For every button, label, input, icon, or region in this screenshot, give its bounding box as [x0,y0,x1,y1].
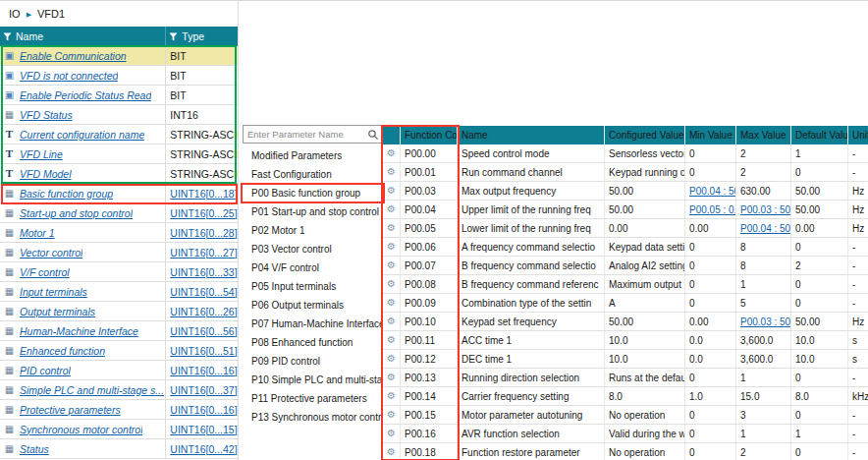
type-value[interactable]: UINT16[0...27] [170,247,237,259]
io-point-link[interactable]: Start-up and stop control [20,207,133,219]
type-value[interactable]: UINT16[0...54] [170,286,237,298]
parameter-group-item[interactable]: P09 PID control [243,352,383,371]
table-row[interactable]: ▦Vector controlUINT16[0...27] [0,243,238,262]
parameter-group-item[interactable]: Modified Parameters [243,146,383,165]
table-row[interactable]: ▣Enable CommunicationBIT [0,46,238,66]
parameter-group-item[interactable]: Fast Configuration [243,165,383,184]
type-value[interactable]: UINT16[0...26] [170,306,237,317]
table-row[interactable]: ▦Output terminalsUINT16[0...26] [0,302,238,321]
table-row[interactable]: ⚙P00.16AVR function selectionValid durin… [383,425,868,443]
column-header[interactable]: Default Value [791,126,848,144]
io-point-link[interactable]: VFD is not connected [20,70,118,82]
table-row[interactable]: ▣Enable Periodic Status ReadBIT [0,86,238,105]
table-row[interactable]: ▦Simple PLC and multi-stage s...UINT16[0… [0,380,238,400]
column-header[interactable]: Function Code [401,126,458,144]
column-header[interactable]: Max Value [736,126,791,144]
io-point-link[interactable]: Input terminals [20,286,87,298]
search-icon[interactable] [367,129,379,141]
type-value[interactable]: UINT16[0...18] [170,188,237,200]
io-point-link[interactable]: Enable Periodic Status Read [20,89,151,101]
io-point-link[interactable]: Current configuration name [20,129,144,141]
table-row[interactable]: ▦PID controlUINT16[0...16] [0,361,238,380]
io-point-link[interactable]: VFD Line [20,148,63,160]
table-row[interactable]: ⚙P00.03Max output frequency50.00P00.04 :… [383,182,868,201]
table-row[interactable]: ▦Enhanced functionUINT16[0...51] [0,341,238,361]
table-row[interactable]: ⚙P00.18Function restore parameterNo oper… [383,443,868,460]
table-row[interactable]: ⚙P00.10Keypad set frequency50.000.00P00.… [383,313,868,331]
column-header[interactable] [383,126,401,144]
column-header-type[interactable]: Type [166,27,238,46]
column-header-name[interactable]: Name [0,27,166,46]
parameter-group-item[interactable]: P03 Vector control [243,240,383,259]
parameter-group-item[interactable]: P13 Synchronous motor control [243,408,383,427]
io-point-link[interactable]: PID control [20,365,71,376]
table-row[interactable]: ▦Start-up and stop controlUINT16[0...25] [0,203,238,223]
breadcrumb-item-io[interactable]: IO [9,8,21,20]
io-point-link[interactable]: Simple PLC and multi-stage s... [20,384,164,396]
parameter-group-item[interactable]: P06 Output terminals [243,296,383,315]
parameter-group-item[interactable]: P07 Human-Machine Interface [243,315,383,333]
value-link[interactable]: P00.03 : 50.00 [740,316,791,327]
table-row[interactable]: ⚙P00.13Running direction selectionRuns a… [383,369,868,387]
io-point-link[interactable]: Motor 1 [20,227,55,239]
type-value[interactable]: UINT16[0...16] [170,404,237,416]
table-row[interactable]: ⚙P00.15Motor parameter autotuningNo oper… [383,406,868,425]
column-header[interactable]: Configured Value [605,126,685,144]
breadcrumb-item-vfd1[interactable]: VFD1 [37,8,65,20]
table-row[interactable]: ▦Motor 1UINT16[0...28] [0,223,238,243]
column-header[interactable]: Unit [848,126,868,144]
table-row[interactable]: ⚙P00.12DEC time 110.00.03,600.010.0s [383,350,868,369]
parameter-group-item[interactable]: P00 Basic function group [243,184,383,202]
parameter-group-item[interactable]: P04 V/F control [243,259,383,277]
type-value[interactable]: UINT16[0...15] [170,424,237,435]
io-point-link[interactable]: Vector control [20,247,82,259]
type-value[interactable]: UINT16[0...33] [170,266,237,278]
table-row[interactable]: ⚙P00.14Carrier frequency setting8.01.015… [383,387,868,406]
io-point-link[interactable]: Basic function group [20,188,113,200]
type-value[interactable]: UINT16[0...51] [170,345,237,357]
io-point-link[interactable]: Status [20,443,49,455]
io-point-link[interactable]: VFD Status [20,109,73,121]
type-value[interactable]: UINT16[0...42] [170,443,237,455]
table-row[interactable]: ⚙P00.11ACC time 110.00.03,600.010.0s [383,331,868,350]
table-row[interactable]: TCurrent configuration nameSTRING-ASCII [0,125,238,144]
type-value[interactable]: UINT16[0...16] [170,365,237,376]
parameter-group-item[interactable]: P01 Start-up and stop control [243,202,383,221]
io-point-link[interactable]: Human-Machine Interface [20,325,138,337]
table-row[interactable]: ⚙P00.09Combination type of the settinA05… [383,294,868,313]
value-link[interactable]: P00.03 : 50.00 [740,204,791,215]
value-link[interactable]: P00.05 : 0.00 [689,204,736,215]
table-row[interactable]: ⚙P00.00Speed control modeSensorless vect… [383,144,868,163]
table-row[interactable]: ▦Protective parametersUINT16[0...16] [0,400,238,420]
io-point-link[interactable]: Synchronous motor control [20,424,142,435]
parameter-group-item[interactable]: P11 Protective parameters [243,389,383,408]
table-row[interactable]: ▦Basic function groupUINT16[0...18] [0,184,238,203]
table-row[interactable]: ⚙P00.06A frequency command selectioKeypa… [383,238,868,257]
io-point-link[interactable]: Enhanced function [20,345,105,357]
table-row[interactable]: ▦Human-Machine InterfaceUINT16[0...56] [0,321,238,341]
parameter-group-item[interactable]: P08 Enhanced function [243,333,383,352]
type-value[interactable]: UINT16[0...28] [170,227,237,239]
table-row[interactable]: TVFD ModelSTRING-ASCII [0,164,238,184]
table-row[interactable]: ▦Synchronous motor controlUINT16[0...15] [0,420,238,439]
table-row[interactable]: ⚙P00.05Lower limit of the running freq0.… [383,219,868,238]
io-point-link[interactable]: Protective parameters [20,404,121,416]
table-row[interactable]: ▣VFD is not connectedBIT [0,66,238,86]
io-point-link[interactable]: Output terminals [20,306,95,317]
io-point-link[interactable]: Enable Communication [20,50,127,62]
search-input[interactable] [244,129,367,140]
table-row[interactable]: ⚙P00.04Upper limit of the running freq50… [383,201,868,219]
io-point-link[interactable]: V/F control [20,266,70,278]
table-row[interactable]: ⚙P00.08B frequency command referencMaxim… [383,275,868,294]
parameter-group-item[interactable]: P02 Motor 1 [243,221,383,240]
io-point-link[interactable]: VFD Model [20,168,72,180]
value-link[interactable]: P00.04 : 50.00 [740,223,791,234]
parameter-group-item[interactable]: P05 Input terminals [243,277,383,296]
type-value[interactable]: UINT16[0...56] [170,325,237,337]
type-value[interactable]: UINT16[0...25] [170,207,237,219]
table-row[interactable]: ▦Input terminalsUINT16[0...54] [0,282,238,302]
table-row[interactable]: TVFD LineSTRING-ASCII [0,144,238,164]
table-row[interactable]: ▦VFD StatusINT16 [0,105,238,125]
type-value[interactable]: UINT16[0...37] [170,384,237,396]
table-row[interactable]: ⚙P00.07B frequency command selectioAnalo… [383,257,868,275]
